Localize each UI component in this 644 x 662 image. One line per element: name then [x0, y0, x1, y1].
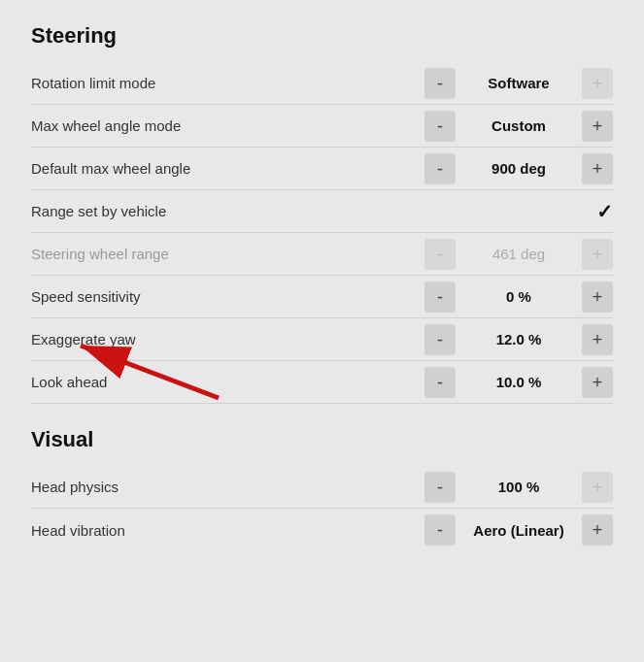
- settings-row-0-3: Range set by vehicle✓: [31, 190, 613, 233]
- settings-row-0-5: Speed sensitivity-0 %+: [31, 276, 613, 318]
- settings-row-1-1: Head vibration-Aero (Linear)+: [31, 509, 613, 551]
- plus-btn-0-2[interactable]: +: [582, 153, 613, 184]
- control-group-1-1: -Aero (Linear)+: [399, 514, 613, 546]
- settings-row-0-7: Look ahead-10.0 %+: [31, 361, 613, 404]
- minus-btn-1-0[interactable]: -: [424, 472, 456, 503]
- plus-btn-1-1[interactable]: +: [582, 514, 613, 546]
- plus-btn-0-1[interactable]: +: [582, 111, 613, 142]
- settings-row-0-4: Steering wheel range-461 deg+: [31, 233, 613, 276]
- row-label-0-5: Speed sensitivity: [31, 288, 399, 305]
- row-label-0-3: Range set by vehicle: [31, 203, 399, 219]
- minus-btn-0-6[interactable]: -: [424, 324, 456, 355]
- minus-btn-0-5[interactable]: -: [424, 281, 456, 313]
- value-1-1: Aero (Linear): [456, 522, 582, 539]
- control-group-0-6: -12.0 %+: [399, 324, 613, 355]
- row-label-0-1: Max wheel angle mode: [31, 117, 399, 134]
- minus-btn-0-7[interactable]: -: [424, 367, 456, 398]
- control-group-0-4: -461 deg+: [399, 239, 613, 270]
- minus-btn-0-2[interactable]: -: [424, 153, 456, 184]
- row-label-1-1: Head vibration: [31, 522, 399, 539]
- minus-btn-0-4[interactable]: -: [424, 239, 456, 270]
- control-group-0-7: -10.0 %+: [399, 367, 613, 398]
- minus-btn-1-1[interactable]: -: [424, 514, 456, 546]
- row-label-1-0: Head physics: [31, 479, 399, 495]
- settings-container: SteeringRotation limit mode-Software+Max…: [0, 0, 644, 575]
- minus-btn-0-0[interactable]: -: [424, 68, 456, 99]
- control-group-0-3: ✓: [399, 200, 613, 223]
- value-0-6: 12.0 %: [456, 331, 582, 348]
- plus-btn-0-7[interactable]: +: [582, 367, 613, 398]
- checkmark-0-3: ✓: [593, 200, 613, 223]
- section-title-0: Steering: [31, 23, 613, 49]
- minus-btn-0-1[interactable]: -: [424, 111, 456, 142]
- value-0-4: 461 deg: [456, 246, 582, 262]
- plus-btn-0-6[interactable]: +: [582, 324, 613, 355]
- control-group-0-5: -0 %+: [399, 281, 613, 313]
- settings-row-0-2: Default max wheel angle-900 deg+: [31, 148, 613, 190]
- value-0-2: 900 deg: [456, 160, 582, 177]
- control-group-0-1: -Custom+: [399, 111, 613, 142]
- settings-row-0-6: Exaggerate yaw-12.0 %+: [31, 318, 613, 361]
- settings-row-1-0: Head physics-100 %+: [31, 466, 613, 509]
- section-title-1: Visual: [31, 427, 613, 452]
- control-group-0-2: -900 deg+: [399, 153, 613, 184]
- row-label-0-2: Default max wheel angle: [31, 160, 399, 177]
- row-label-0-4: Steering wheel range: [31, 246, 399, 262]
- row-label-0-0: Rotation limit mode: [31, 75, 399, 91]
- section-gap: [31, 404, 613, 427]
- row-label-0-7: Look ahead: [31, 374, 399, 390]
- settings-row-0-1: Max wheel angle mode-Custom+: [31, 105, 613, 148]
- value-0-0: Software: [456, 75, 582, 91]
- plus-btn-0-0[interactable]: +: [582, 68, 613, 99]
- plus-btn-0-5[interactable]: +: [582, 281, 613, 313]
- control-group-0-0: -Software+: [399, 68, 613, 99]
- value-0-5: 0 %: [456, 288, 582, 305]
- settings-row-0-0: Rotation limit mode-Software+: [31, 62, 613, 105]
- value-1-0: 100 %: [456, 479, 582, 495]
- plus-btn-0-4[interactable]: +: [582, 239, 613, 270]
- value-0-1: Custom: [456, 117, 582, 134]
- plus-btn-1-0[interactable]: +: [582, 472, 613, 503]
- control-group-1-0: -100 %+: [399, 472, 613, 503]
- row-label-0-6: Exaggerate yaw: [31, 331, 399, 348]
- value-0-7: 10.0 %: [456, 374, 582, 390]
